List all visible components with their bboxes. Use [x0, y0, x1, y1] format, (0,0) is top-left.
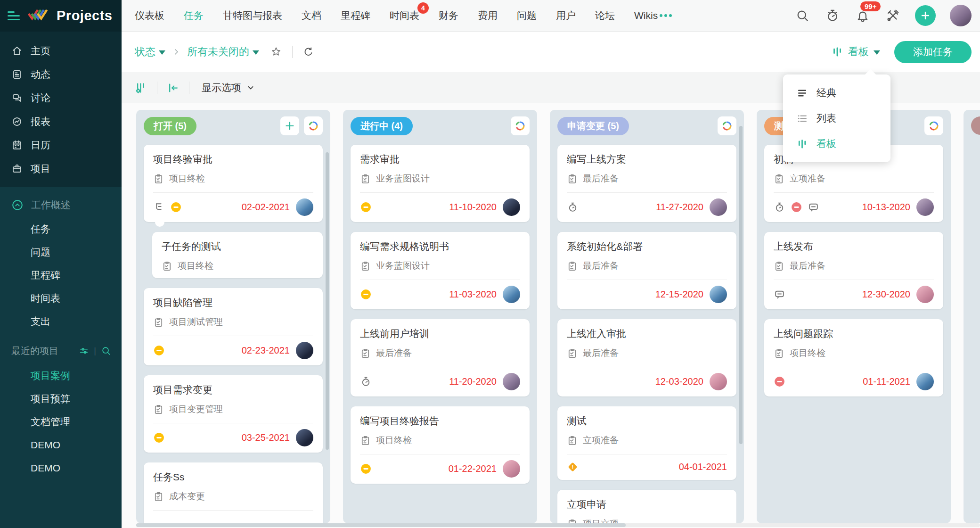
- sidebar-sub-item[interactable]: 支出: [0, 310, 122, 333]
- breadcrumb-filter-dropdown[interactable]: 所有未关闭的: [187, 45, 259, 59]
- nav-item[interactable]: 用户: [556, 9, 576, 22]
- recent-project-item[interactable]: 项目预算: [0, 387, 122, 410]
- task-card[interactable]: 项目缺陷管理 项目测试管理 02-23-2021: [144, 288, 323, 365]
- nav-item[interactable]: 仪表板: [135, 9, 164, 22]
- task-card[interactable]: 测试 立项准备 ! 04-01-2021: [557, 406, 736, 480]
- sidebar-item[interactable]: 讨论: [0, 86, 122, 110]
- assignee-avatar[interactable]: [710, 373, 727, 390]
- nav-item[interactable]: 论坛: [595, 9, 615, 22]
- task-card[interactable]: 上线准入审批 最后准备 12-03-2020: [557, 319, 736, 396]
- assignee-avatar[interactable]: [296, 198, 313, 216]
- assignee-avatar[interactable]: [710, 286, 727, 303]
- refresh-view-icon[interactable]: [302, 46, 314, 58]
- columns-container: 打开 (5): [136, 110, 980, 523]
- column-scrollbar[interactable]: [739, 126, 743, 444]
- nav-item[interactable]: 费用: [478, 9, 498, 22]
- assignee-avatar[interactable]: [710, 198, 727, 216]
- task-card[interactable]: 编写上线方案 最后准备 11-27-2020: [557, 145, 736, 222]
- board-settings-icon[interactable]: [135, 82, 147, 94]
- sidebar-item[interactable]: 日历: [0, 133, 122, 157]
- board-horizontal-scrollbar[interactable]: [136, 523, 980, 527]
- breadcrumb-status-dropdown[interactable]: 状态: [135, 45, 165, 59]
- view-menu-item[interactable]: 列表: [783, 106, 890, 131]
- column-status-badge[interactable]: [971, 116, 980, 135]
- task-card[interactable]: 子任务的测试 项目终检: [152, 232, 323, 278]
- task-card[interactable]: 任务Ss 成本变更: [144, 462, 323, 523]
- sidebar-item[interactable]: 项目: [0, 157, 122, 181]
- refresh-column-button[interactable]: [924, 116, 943, 135]
- task-flags: [360, 201, 372, 213]
- assignee-avatar[interactable]: [296, 429, 313, 446]
- refresh-column-button[interactable]: [304, 116, 323, 135]
- nav-item[interactable]: 甘特图与报表: [223, 9, 282, 22]
- topbar-icon[interactable]: [885, 8, 901, 24]
- display-options-dropdown[interactable]: 显示选项: [202, 81, 255, 94]
- scrollbar-thumb[interactable]: [136, 523, 626, 527]
- view-switcher-dropdown[interactable]: 看板: [831, 45, 880, 59]
- sidebar-item[interactable]: 报表: [0, 110, 122, 133]
- work-overview-header[interactable]: 工作概述: [0, 193, 122, 217]
- nav-item[interactable]: 时间表 4: [390, 9, 419, 22]
- refresh-column-button[interactable]: [718, 116, 736, 135]
- topbar-icon[interactable]: [950, 5, 972, 26]
- column-status-badge[interactable]: 进行中 (4): [351, 117, 413, 135]
- assignee-avatar[interactable]: [916, 286, 934, 303]
- column-header: 申请变更 (5): [557, 116, 736, 135]
- view-menu-item[interactable]: 经典: [783, 80, 890, 106]
- task-card[interactable]: 上线问题跟踪 项目终检 01-11-2021: [764, 319, 943, 396]
- sidebar-search-icon[interactable]: [101, 346, 111, 356]
- sidebar-sub-item[interactable]: 问题: [0, 240, 122, 264]
- column-scrollbar[interactable]: [326, 152, 329, 450]
- column-status-badge[interactable]: 打开 (5): [144, 117, 196, 135]
- sidebar-item[interactable]: 动态: [0, 63, 122, 86]
- recent-project-item[interactable]: DEMO: [0, 456, 122, 479]
- task-card[interactable]: 系统初始化&部署 最后准备 12-15-2020: [557, 232, 736, 309]
- add-task-button[interactable]: 添加任务: [894, 41, 972, 63]
- assignee-avatar[interactable]: [916, 198, 934, 216]
- nav-item[interactable]: 任务: [184, 9, 204, 22]
- due-date: 02-23-2021: [242, 345, 290, 356]
- add-card-button[interactable]: [280, 116, 299, 135]
- task-card[interactable]: 编写项目终验报告 项目终检 01-22-2021: [351, 406, 530, 484]
- task-card[interactable]: 项目需求变更 项目变更管理 03-25-2021: [144, 375, 323, 453]
- view-menu-item[interactable]: 看板: [783, 131, 890, 157]
- topbar-icon[interactable]: [825, 8, 841, 24]
- task-card[interactable]: 上线发布 最后准备 12-30-2020: [764, 232, 943, 309]
- filter-sliders-icon[interactable]: [79, 346, 89, 356]
- task-card[interactable]: 项目终验审批 项目终检 02-02-2021: [144, 145, 323, 222]
- topbar-icon[interactable]: [915, 5, 936, 26]
- sidebar-sub-item[interactable]: 时间表: [0, 287, 122, 310]
- nav-item-label: 时间表: [390, 10, 419, 21]
- favorite-star-icon[interactable]: [270, 46, 282, 58]
- main-nav: 仪表板 任务 甘特图与报表 文档: [122, 0, 980, 32]
- assignee-avatar[interactable]: [503, 286, 520, 303]
- sidebar-item[interactable]: 主页: [0, 39, 122, 63]
- column-status-badge[interactable]: 申请变更 (5): [557, 117, 629, 135]
- task-card[interactable]: 需求审批 业务蓝图设计 11-10-2020: [351, 145, 530, 222]
- nav-item[interactable]: 文档: [302, 9, 321, 22]
- nav-item[interactable]: 问题: [517, 9, 537, 22]
- chevron-right-icon: [172, 47, 181, 57]
- recent-project-item[interactable]: 文档管理: [0, 410, 122, 433]
- nav-item[interactable]: Wikis: [634, 10, 658, 21]
- refresh-column-button[interactable]: [511, 116, 530, 135]
- recent-project-item[interactable]: 项目案例: [0, 364, 122, 387]
- assignee-avatar[interactable]: [296, 342, 313, 359]
- task-card[interactable]: 上线前用户培训 最后准备 11-20-2020: [351, 319, 530, 396]
- assignee-avatar[interactable]: [503, 198, 520, 216]
- recent-project-item[interactable]: DEMO: [0, 433, 122, 456]
- sidebar-sub-item[interactable]: 任务: [0, 217, 122, 240]
- more-nav-icon[interactable]: [660, 14, 672, 17]
- assignee-avatar[interactable]: [916, 373, 934, 390]
- sidebar-sub-item[interactable]: 里程碑: [0, 264, 122, 287]
- task-card[interactable]: 编写需求规格说明书 业务蓝图设计 11-03-2020: [351, 232, 530, 309]
- task-card[interactable]: 立项申请 项目立项: [557, 490, 736, 523]
- collapse-columns-icon[interactable]: [167, 82, 180, 94]
- menu-toggle-icon[interactable]: [8, 11, 20, 20]
- nav-item[interactable]: 财务: [439, 9, 458, 22]
- assignee-avatar[interactable]: [503, 460, 520, 478]
- nav-item[interactable]: 里程碑: [341, 9, 370, 22]
- topbar-icon[interactable]: 99+: [855, 8, 871, 24]
- assignee-avatar[interactable]: [503, 373, 520, 390]
- topbar-icon[interactable]: [794, 8, 810, 24]
